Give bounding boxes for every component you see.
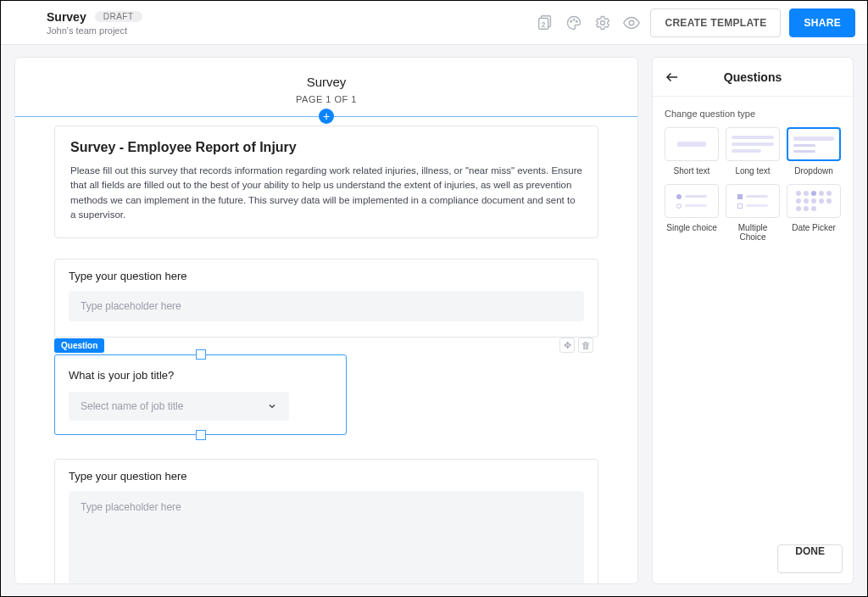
question-block[interactable]: Type your question here Type placeholder…	[54, 259, 598, 338]
dropdown-placeholder: Select name of job title	[81, 400, 183, 412]
svg-point-7	[630, 20, 635, 25]
question-selected[interactable]: Question ✥ 🗑 What is your job title? Sel…	[54, 354, 598, 435]
resize-handle-bottom[interactable]	[196, 430, 206, 440]
move-icon[interactable]: ✥	[559, 338, 575, 353]
panel-subtitle: Change question type	[665, 109, 841, 119]
top-bar: Survey DRAFT John's team project 2	[1, 1, 867, 45]
type-label: Multiple Choice	[726, 223, 780, 242]
pages-icon[interactable]: 2	[535, 13, 555, 33]
type-label: Long text	[726, 166, 780, 176]
resize-handle-top[interactable]	[196, 349, 206, 360]
delete-icon[interactable]: 🗑	[578, 338, 593, 353]
question-tag: Question	[54, 338, 104, 353]
type-label: Single choice	[665, 223, 719, 232]
intro-heading: Survey - Employee Report of Injury	[70, 140, 582, 155]
question-prompt: Type your question here	[69, 470, 584, 483]
placeholder-textarea[interactable]: Type placeholder here	[69, 491, 584, 584]
preview-icon[interactable]	[621, 13, 642, 33]
back-icon[interactable]	[665, 70, 680, 85]
placeholder-input[interactable]: Type placeholder here	[69, 291, 584, 321]
panel-title: Questions	[724, 70, 782, 84]
share-button[interactable]: SHARE	[789, 8, 855, 37]
gear-icon[interactable]	[593, 13, 613, 33]
project-title: Survey	[47, 10, 86, 24]
type-multiple-choice[interactable]: Multiple Choice	[726, 184, 780, 242]
svg-point-4	[574, 19, 576, 20]
type-date-picker[interactable]: Date Picker	[787, 184, 841, 242]
page-counter: PAGE 1 OF 1	[41, 94, 612, 104]
type-label: Dropdown	[787, 166, 841, 176]
svg-point-6	[601, 20, 605, 25]
project-subtitle: John's team project	[47, 25, 142, 36]
type-long-text[interactable]: Long text	[726, 127, 780, 176]
question-prompt: What is your job title?	[69, 369, 332, 382]
svg-point-5	[576, 20, 578, 22]
palette-icon[interactable]	[564, 13, 584, 33]
canvas-title: Survey	[41, 75, 612, 89]
add-section-button[interactable]: +	[319, 109, 334, 124]
type-short-text[interactable]: Short text	[665, 127, 719, 176]
question-prompt: Type your question here	[69, 270, 584, 282]
svg-point-3	[570, 20, 572, 22]
type-dropdown[interactable]: Dropdown	[787, 127, 841, 176]
intro-body: Please fill out this survey that records…	[70, 164, 582, 222]
intro-card[interactable]: Survey - Employee Report of Injury Pleas…	[54, 126, 598, 238]
create-template-button[interactable]: CREATE TEMPLATE	[650, 8, 781, 37]
type-label: Date Picker	[787, 223, 841, 232]
done-button[interactable]: DONE	[777, 544, 843, 573]
questions-panel: Questions Change question type Short tex…	[652, 57, 854, 584]
svg-text:2: 2	[542, 20, 546, 28]
status-badge: DRAFT	[95, 11, 142, 22]
dropdown-field[interactable]: Select name of job title	[69, 392, 289, 421]
type-single-choice[interactable]: Single choice	[665, 184, 719, 242]
type-label: Short text	[665, 166, 719, 176]
chevron-down-icon	[267, 401, 277, 411]
question-block[interactable]: Type your question here Type placeholder…	[54, 459, 598, 584]
survey-canvas: Survey PAGE 1 OF 1 + Survey - Employee R…	[14, 57, 638, 584]
